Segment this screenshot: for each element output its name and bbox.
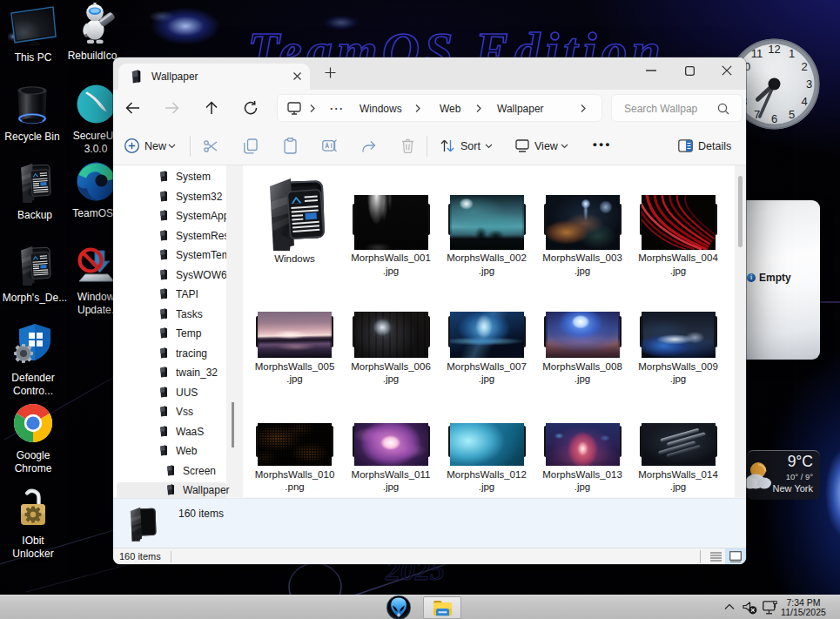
- svg-text:7: 7: [754, 108, 760, 121]
- svg-text:4: 4: [801, 95, 807, 108]
- svg-text:2: 2: [801, 60, 807, 73]
- svg-text:3: 3: [806, 77, 812, 91]
- svg-text:6: 6: [771, 112, 777, 125]
- svg-text:5: 5: [789, 108, 795, 121]
- svg-text:11: 11: [751, 47, 763, 60]
- svg-text:1: 1: [789, 47, 795, 60]
- svg-text:12: 12: [768, 43, 780, 56]
